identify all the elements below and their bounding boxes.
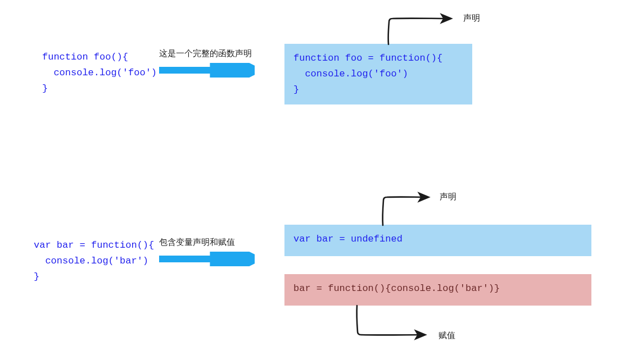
annotation-bar-top: 声明 [440,192,456,202]
code-box-bar-top: var bar = undefined [284,225,591,256]
code-box-bar-bottom: bar = function(){console.log('bar')} [284,274,591,306]
code-box-foo-right: function foo = function(){ console.log('… [284,44,472,104]
arrow-annotation-bar-top [381,192,437,226]
arrow-right-foo [159,63,255,78]
code-left-foo: function foo(){ console.log('foo') } [42,49,157,97]
annotation-foo: 声明 [463,13,480,24]
arrow-annotation-bar-bottom [355,304,434,340]
arrow-label-foo: 这是一个完整的函数声明 [159,48,252,59]
arrow-right-bar [159,252,255,266]
arrow-label-bar: 包含变量声明和赋值 [159,237,235,248]
code-left-bar: var bar = function(){ console.log('bar')… [34,238,154,285]
annotation-bar-bottom: 赋值 [438,330,455,341]
arrow-annotation-foo [387,13,460,46]
